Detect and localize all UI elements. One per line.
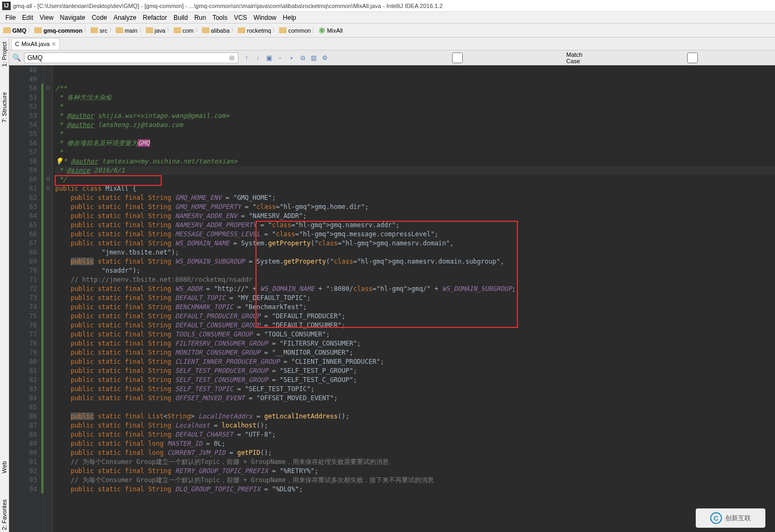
close-icon[interactable]: × xyxy=(52,40,56,48)
next-occurrence-icon[interactable]: ↓ xyxy=(254,54,262,62)
folder-icon xyxy=(238,27,245,33)
menu-analyze[interactable]: Analyze xyxy=(110,14,140,21)
class-icon: C xyxy=(15,41,19,47)
editor-tabs: C MixAll.java × xyxy=(9,38,775,50)
search-icon: 🔍 xyxy=(12,54,21,62)
settings-icon[interactable]: ⚙ xyxy=(321,54,329,62)
crumb-module[interactable]: gmq-common xyxy=(34,27,82,34)
menu-run[interactable]: Run xyxy=(191,14,209,21)
crumb-project[interactable]: GMQ xyxy=(3,27,26,34)
tab-web[interactable]: Web xyxy=(0,459,9,475)
crumb-com[interactable]: com xyxy=(174,27,194,34)
remove-selection-icon[interactable]: ▪ xyxy=(288,54,296,62)
left-toolwindow-bar: 1: Project 7: Structure Web 2: Favorites xyxy=(0,38,9,532)
menu-view[interactable]: View xyxy=(36,14,57,21)
folder-icon xyxy=(279,27,287,33)
match-case-checkbox[interactable]: Match Case xyxy=(350,51,582,64)
folder-icon xyxy=(174,27,181,33)
menu-build[interactable]: Build xyxy=(170,14,191,21)
crumb-rocketmq[interactable]: rocketmq xyxy=(238,27,271,34)
find-bar: 🔍 ⊗ ↑ ↓ ▣ ▫ ▪ ⧉ ▥ ⚙ Match Case Regex Wor… xyxy=(9,50,775,65)
crumb-common[interactable]: common xyxy=(279,27,311,34)
menu-vcs[interactable]: VCS xyxy=(231,14,251,21)
exclude-icon[interactable]: ⧉ xyxy=(299,54,307,62)
menu-refactor[interactable]: Refactor xyxy=(140,14,170,21)
menu-edit[interactable]: Edit xyxy=(19,14,36,21)
crumb-class[interactable]: CMixAll xyxy=(319,27,342,34)
folder-icon xyxy=(3,27,11,33)
menubar: File Edit View Navigate Code Analyze Ref… xyxy=(0,12,775,24)
crumb-main[interactable]: main xyxy=(116,27,138,34)
search-input[interactable] xyxy=(24,53,238,63)
prev-occurrence-icon[interactable]: ↑ xyxy=(243,54,251,62)
crumb-src[interactable]: src xyxy=(91,27,108,34)
menu-navigate[interactable]: Navigate xyxy=(57,14,88,21)
breadcrumb: GMQ〉 gmq-common〉 src〉 main〉 java〉 com〉 a… xyxy=(0,24,775,38)
editor[interactable]: 4849505152535455565758596061626364656667… xyxy=(9,65,775,532)
folder-icon xyxy=(116,27,123,33)
watermark-text: 创新互联 xyxy=(725,514,751,523)
folder-icon xyxy=(146,27,153,33)
crumb-java[interactable]: java xyxy=(146,27,165,34)
class-icon: C xyxy=(319,27,325,34)
watermark: 创新互联 xyxy=(696,508,765,528)
file-tab-mixall[interactable]: C MixAll.java × xyxy=(11,38,60,50)
window-title: gmq-all - [C:\Users\tantexian\Desktop\de… xyxy=(13,3,443,9)
menu-window[interactable]: Window xyxy=(250,14,280,21)
crumb-alibaba[interactable]: alibaba xyxy=(202,27,230,34)
menu-file[interactable]: File xyxy=(2,14,19,21)
filter-icon[interactable]: ▥ xyxy=(310,54,318,62)
clear-icon[interactable]: ⊗ xyxy=(229,54,235,62)
file-tab-label: MixAll.java xyxy=(21,41,50,47)
menu-code[interactable]: Code xyxy=(88,14,110,21)
menu-tools[interactable]: Tools xyxy=(209,14,231,21)
line-gutter: 4849505152535455565758596061626364656667… xyxy=(9,65,41,532)
menu-help[interactable]: Help xyxy=(280,14,299,21)
tab-favorites[interactable]: 2: Favorites xyxy=(0,497,9,532)
app-icon: IJ xyxy=(2,2,11,10)
titlebar: IJ gmq-all - [C:\Users\tantexian\Desktop… xyxy=(0,0,775,12)
add-selection-icon[interactable]: ▫ xyxy=(276,54,284,62)
folder-icon xyxy=(91,27,98,33)
select-all-icon[interactable]: ▣ xyxy=(265,54,273,62)
regex-checkbox[interactable]: Regex xyxy=(585,53,775,63)
folder-icon xyxy=(202,27,209,33)
tab-project[interactable]: 1: Project xyxy=(0,40,9,69)
watermark-logo-icon xyxy=(710,512,722,524)
folder-icon xyxy=(34,27,42,33)
code-body[interactable]: /** * 各种方法大杂烩 * * @author shijia.wxr<vin… xyxy=(53,65,775,532)
tab-structure[interactable]: 7: Structure xyxy=(0,90,9,125)
